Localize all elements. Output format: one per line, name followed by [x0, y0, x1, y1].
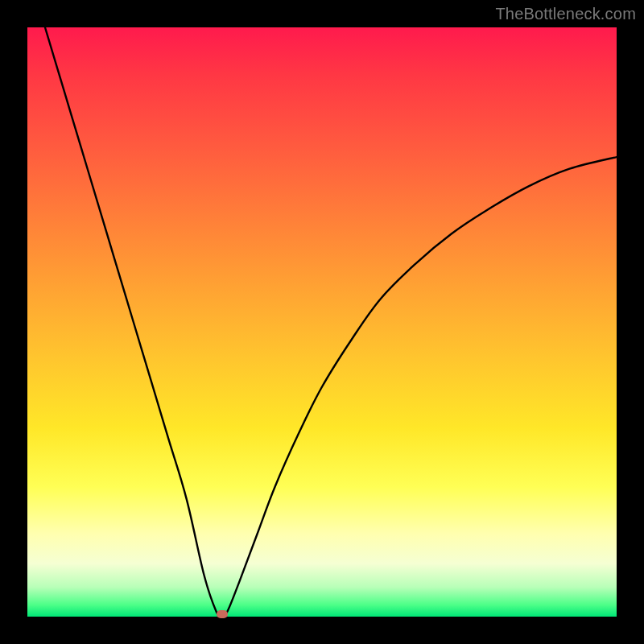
- minimum-marker: [217, 610, 228, 618]
- plot-area: [27, 27, 617, 617]
- chart-frame: TheBottleneck.com: [0, 0, 644, 644]
- bottleneck-curve: [27, 27, 617, 617]
- watermark-text: TheBottleneck.com: [495, 5, 636, 23]
